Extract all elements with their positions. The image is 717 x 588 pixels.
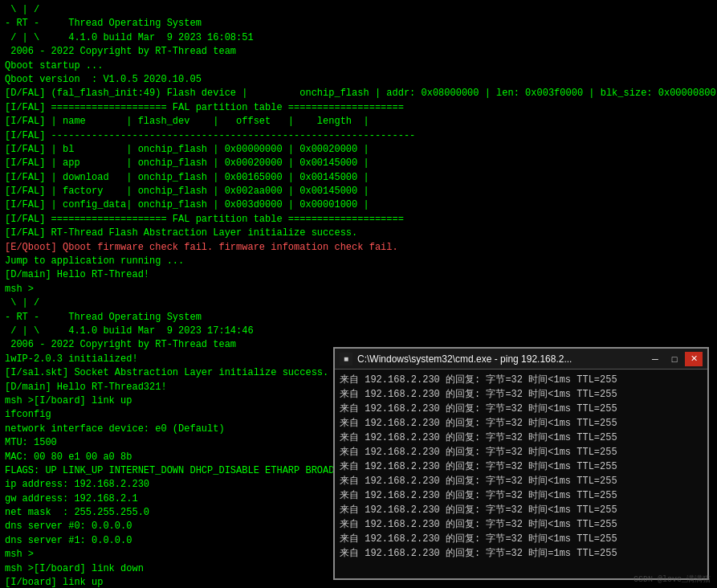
terminal-line: \ | / xyxy=(5,3,712,17)
terminal-line: [I/FAL] ==================== FAL partiti… xyxy=(5,101,712,115)
terminal-line: [E/Qboot] Qboot firmware check fail. fir… xyxy=(5,241,712,255)
ping-line: 来自 192.168.2.230 的回复: 字节=32 时间<1ms TTL=2… xyxy=(340,488,703,503)
ping-line: 来自 192.168.2.230 的回复: 字节=32 时间<1ms TTL=2… xyxy=(340,416,703,431)
watermark: CSDN @love_满满猫 xyxy=(633,574,711,585)
ping-line: 来自 192.168.2.230 的回复: 字节=32 时间=1ms TTL=2… xyxy=(340,546,703,561)
ping-line: 来自 192.168.2.230 的回复: 字节=32 时间<1ms TTL=2… xyxy=(340,503,703,517)
terminal-line: [I/FAL] RT-Thread Flash Abstraction Laye… xyxy=(5,227,712,240)
terminal-line: Qboot startup ... xyxy=(5,59,712,73)
terminal-line: [I/FAL] --------------------------------… xyxy=(5,129,712,143)
terminal-line: Qboot version : V1.0.5 2020.10.05 xyxy=(5,73,712,87)
terminal-line: 2006 - 2022 Copyright by RT-Thread team xyxy=(5,45,712,59)
terminal-line: [D/main] Hello RT-Thread! xyxy=(5,268,712,282)
terminal-line: [I/FAL] ==================== FAL partiti… xyxy=(5,213,712,227)
terminal-line: Jump to application running ... xyxy=(5,255,712,268)
terminal-line: \ | / xyxy=(5,296,712,310)
maximize-button[interactable]: □ xyxy=(666,352,683,366)
terminal-line: [I/FAL] | download | onchip_flash | 0x00… xyxy=(5,171,712,185)
terminal-line: / | \ 4.1.0 build Mar 9 2023 16:08:51 xyxy=(5,31,712,45)
ping-line: 来自 192.168.2.230 的回复: 字节=32 时间<1ms TTL=2… xyxy=(340,402,703,416)
ping-line: 来自 192.168.2.230 的回复: 字节=32 时间<1ms TTL=2… xyxy=(340,532,703,546)
cmd-title-controls: ─ □ ✕ xyxy=(646,352,703,366)
ping-line: 来自 192.168.2.230 的回复: 字节=32 时间<1ms TTL=2… xyxy=(340,474,703,488)
terminal-line: [I/FAL] | factory | onchip_flash | 0x002… xyxy=(5,185,712,198)
ping-line: 来自 192.168.2.230 的回复: 字节=32 时间<1ms TTL=2… xyxy=(340,517,703,532)
ping-line: 来自 192.168.2.230 的回复: 字节=32 时间<1ms TTL=2… xyxy=(340,431,703,445)
ping-line: 来自 192.168.2.230 的回复: 字节=32 时间<1ms TTL=2… xyxy=(340,445,703,459)
ping-line: 来自 192.168.2.230 的回复: 字节=32 时间<1ms TTL=2… xyxy=(340,459,703,474)
cmd-title-left: ■ C:\Windows\system32\cmd.exe - ping 192… xyxy=(340,353,572,365)
ping-line: 来自 192.168.2.230 的回复: 字节=32 时间<1ms TTL=2… xyxy=(340,373,703,387)
terminal-line: [I/FAL] | name | flash_dev | offset | le… xyxy=(5,115,712,129)
terminal-line: [I/FAL] | app | onchip_flash | 0x0002000… xyxy=(5,157,712,170)
terminal-line: / | \ 4.1.0 build Mar 9 2023 17:14:46 xyxy=(5,325,712,338)
terminal-line: [D/FAL] (fal_flash_init:49) Flash device… xyxy=(5,87,712,100)
ping-line: 来自 192.168.2.230 的回复: 字节=32 时间<1ms TTL=2… xyxy=(340,387,703,402)
terminal-line: [I/FAL] | config_data| onchip_flash | 0x… xyxy=(5,198,712,212)
terminal-line: - RT - Thread Operating System xyxy=(5,17,712,31)
cmd-window: ■ C:\Windows\system32\cmd.exe - ping 192… xyxy=(333,347,709,580)
terminal-line: msh > xyxy=(5,283,712,296)
close-button[interactable]: ✕ xyxy=(685,352,703,366)
minimize-button[interactable]: ─ xyxy=(646,352,664,366)
terminal-line: - RT - Thread Operating System xyxy=(5,311,712,325)
cmd-body[interactable]: 来自 192.168.2.230 的回复: 字节=32 时间<1ms TTL=2… xyxy=(335,370,707,578)
cmd-title-text: C:\Windows\system32\cmd.exe - ping 192.1… xyxy=(357,353,572,365)
cmd-title-icon: ■ xyxy=(340,353,352,365)
cmd-titlebar: ■ C:\Windows\system32\cmd.exe - ping 192… xyxy=(335,349,707,370)
terminal-line: [I/FAL] | bl | onchip_flash | 0x00000000… xyxy=(5,143,712,157)
